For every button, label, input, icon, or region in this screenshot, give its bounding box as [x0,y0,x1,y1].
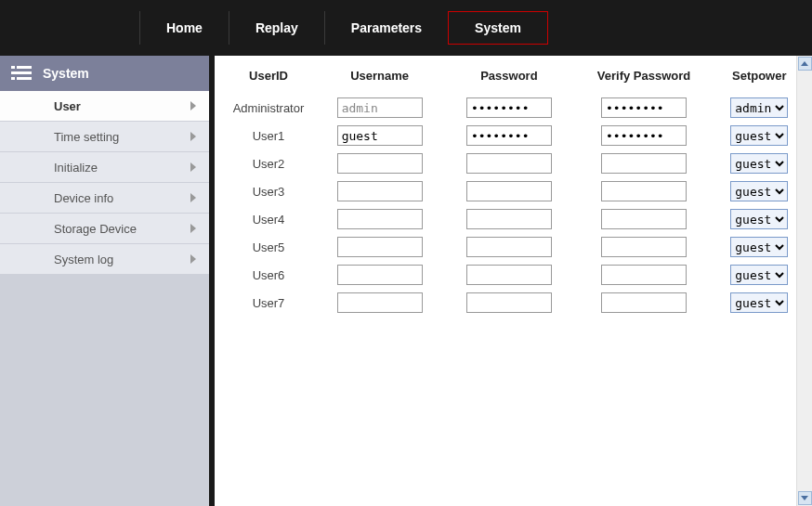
top-nav: HomeReplayParametersSystem [0,0,812,56]
table-row: User5adminguest [222,233,805,261]
password-input[interactable] [466,209,552,229]
sidebar-item-label: System log [54,253,113,266]
sidebar-item-label: User [54,99,81,113]
sidebar-item-label: Time setting [54,130,119,144]
sidebar-item-storage-device[interactable]: Storage Device [0,214,209,244]
username-input[interactable] [337,292,423,313]
sidebar-item-label: Storage Device [54,222,137,236]
userid-cell: User5 [222,233,315,261]
chevron-right-icon [190,224,196,233]
chevron-right-icon [190,254,196,264]
sidebar: System UserTime settingInitializeDevice … [0,56,215,506]
userid-cell: User1 [222,122,315,149]
userid-cell: User7 [222,289,315,317]
setpower-select[interactable]: adminguest [730,209,788,229]
setpower-select[interactable]: adminguest [730,292,788,313]
username-input[interactable] [337,153,423,174]
scroll-up-button[interactable] [798,57,812,71]
nav-system[interactable]: System [448,11,548,45]
verify-password-input[interactable] [601,265,687,285]
username-input[interactable] [337,125,423,146]
verify-password-input[interactable] [601,292,687,313]
username-input[interactable] [337,237,423,257]
userid-cell: User2 [222,149,315,177]
verify-password-input[interactable] [601,209,687,229]
password-input[interactable] [466,265,552,285]
chevron-down-icon [801,496,808,500]
vertical-scrollbar[interactable] [796,56,812,506]
sidebar-item-label: Initialize [54,161,98,175]
table-row: User7adminguest [222,289,805,317]
sidebar-item-device-info[interactable]: Device info [0,183,209,214]
table-row: User4adminguest [222,205,805,233]
col-userid: UserID [222,69,315,94]
scroll-down-button[interactable] [798,491,812,505]
chevron-right-icon [190,193,196,202]
table-row: User2adminguest [222,149,805,177]
setpower-select[interactable]: adminguest [730,181,788,201]
username-input[interactable] [337,181,423,201]
setpower-select[interactable]: adminguest [730,97,788,118]
sidebar-item-user[interactable]: User [0,91,209,122]
sidebar-header: System [0,56,209,91]
password-input[interactable] [466,292,552,313]
verify-password-input[interactable] [601,237,687,257]
userid-cell: User6 [222,261,315,289]
verify-password-input[interactable] [601,97,687,118]
verify-password-input[interactable] [601,181,687,201]
sidebar-item-time-setting[interactable]: Time setting [0,122,209,152]
col-setpower: Setpower [714,69,805,94]
userid-cell: User3 [222,177,315,205]
setpower-select[interactable]: adminguest [730,153,788,174]
table-row: User6adminguest [222,261,805,289]
password-input[interactable] [466,181,552,201]
verify-password-input[interactable] [601,153,687,174]
password-input[interactable] [466,153,552,174]
nav-replay[interactable]: Replay [229,11,324,45]
userid-cell: User4 [222,205,315,233]
userid-cell: Administrator [222,94,315,122]
username-input[interactable] [337,265,423,285]
col-password: Password [444,69,573,94]
password-input[interactable] [466,125,552,146]
sidebar-title: System [43,66,89,81]
verify-password-input[interactable] [601,125,687,146]
menu-icon [11,66,32,81]
table-row: User3adminguest [222,177,805,205]
col-username: Username [315,69,444,94]
password-input[interactable] [466,237,552,257]
col-verify-password: Verify Password [574,69,714,94]
main-panel: UserID Username Password Verify Password… [215,56,812,506]
user-table: UserID Username Password Verify Password… [222,69,805,317]
chevron-right-icon [190,162,196,172]
chevron-right-icon [190,132,196,141]
table-row: User1adminguest [222,122,805,149]
sidebar-item-system-log[interactable]: System log [0,244,209,275]
setpower-select[interactable]: adminguest [730,237,788,257]
sidebar-item-initialize[interactable]: Initialize [0,152,209,183]
username-input[interactable] [337,209,423,229]
table-row: Administratoradminguest [222,94,805,122]
chevron-right-icon [190,101,196,110]
password-input[interactable] [466,97,552,118]
nav-home[interactable]: Home [139,11,229,45]
setpower-select[interactable]: adminguest [730,125,788,146]
chevron-up-icon [801,61,808,66]
sidebar-item-label: Device info [54,191,113,205]
nav-parameters[interactable]: Parameters [324,11,448,45]
username-input[interactable] [337,97,423,118]
setpower-select[interactable]: adminguest [730,265,788,285]
